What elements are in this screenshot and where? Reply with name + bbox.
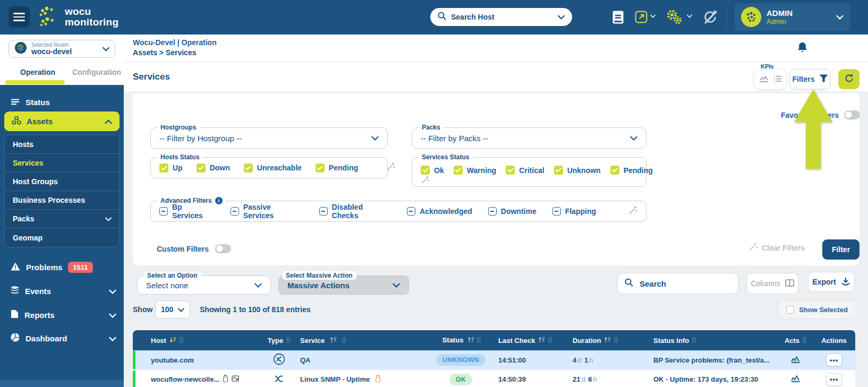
passive-service-type-icon <box>275 375 284 384</box>
search-input[interactable] <box>639 279 731 289</box>
indeterminate-checkbox <box>159 207 168 216</box>
sidebar-item-label: Geomap <box>13 234 112 242</box>
massive-actions-dropdown[interactable]: Select Massive Action Massive Actions <box>278 276 409 295</box>
checkbox-label: Bp Services <box>172 203 215 220</box>
checkbox-critical[interactable]: Critical <box>506 166 544 175</box>
sidebar-item-status[interactable]: Status <box>0 93 124 111</box>
hamburger-menu-button[interactable] <box>8 6 30 28</box>
table-row[interactable]: wocuflow-newcolle... Linux SNMP - Uptime… <box>133 369 855 387</box>
drag-grip-icon[interactable] <box>477 337 481 345</box>
packs-select[interactable]: Packs -- Filter by Packs -- <box>412 127 646 149</box>
hostgroups-select[interactable]: Hostgroups -- Filter by Hostgroup -- <box>150 127 388 149</box>
checkbox-unreachable[interactable]: Unreachable <box>244 164 302 173</box>
kpi-list-icon[interactable] <box>773 75 782 84</box>
page-size-value: 100 <box>161 305 173 314</box>
checkbox-down[interactable]: Down <box>197 164 230 173</box>
advanced-filters-label: Advanced Filters <box>160 197 212 204</box>
graph-acts-icon[interactable] <box>791 356 800 365</box>
drag-grip-icon[interactable] <box>614 337 618 345</box>
breadcrumb[interactable]: Assets > Services <box>133 48 196 57</box>
sidebar-item-business-processes[interactable]: Business Processes <box>5 191 119 210</box>
sidebar-item-problems[interactable]: Problems 1511 <box>0 258 124 276</box>
host-search-select[interactable]: Search Host <box>430 8 572 26</box>
user-menu[interactable]: ADMIN Admin <box>735 3 850 31</box>
custom-filters-toggle[interactable] <box>215 244 231 253</box>
chevron-down-icon[interactable] <box>650 14 656 18</box>
row-actions-button[interactable]: ••• <box>826 354 842 366</box>
drag-grip-icon[interactable] <box>803 337 806 345</box>
magic-wand-icon[interactable] <box>421 177 429 186</box>
sidebar-item-geomap[interactable]: Geomap <box>5 228 119 247</box>
settings-gears-icon[interactable] <box>665 8 683 25</box>
checkbox-unknown[interactable]: Unknown <box>554 166 601 175</box>
notifications-bell-icon[interactable] <box>797 41 808 56</box>
export-button[interactable]: Export <box>808 272 855 292</box>
magic-wand-icon[interactable] <box>628 205 637 217</box>
refresh-button[interactable] <box>838 69 860 89</box>
show-selected-checkbox[interactable]: Show Selected <box>778 300 856 319</box>
linux-penguin-icon <box>375 375 381 384</box>
page-size-select[interactable]: 100 <box>155 300 190 319</box>
realm-selector[interactable]: Selected Realm wocu-devel <box>8 40 115 58</box>
host-name[interactable]: youtube.com <box>151 356 194 364</box>
select-option-dropdown[interactable]: Select an Option Select none <box>137 276 271 295</box>
docs-book-icon[interactable] <box>612 11 624 24</box>
checkbox-up[interactable]: Up <box>159 164 183 173</box>
favourite-filters-toggle[interactable] <box>844 110 860 119</box>
checkbox-bp-services[interactable]: Bp Services <box>159 203 215 220</box>
sidebar-item-reports[interactable]: Reports <box>0 306 124 324</box>
tab-operation[interactable]: Operation <box>0 68 55 76</box>
checkbox-ok[interactable]: Ok <box>421 166 444 175</box>
column-header-duration[interactable]: Duration <box>563 337 637 345</box>
chevron-down-icon[interactable] <box>687 14 692 18</box>
clear-filters-button[interactable]: Clear Filters <box>748 242 805 253</box>
chevron-down-icon <box>371 133 379 143</box>
checkbox-passive-services[interactable]: Passive Services <box>231 203 303 220</box>
service-name[interactable]: QA <box>300 356 311 364</box>
external-link-icon[interactable] <box>635 11 648 23</box>
checkbox-pending-services[interactable]: Pending <box>610 166 653 175</box>
checkbox-warning[interactable]: Warning <box>454 166 496 175</box>
auto-refresh-disabled-icon[interactable] <box>702 9 718 25</box>
sidebar-item-packs[interactable]: Packs <box>5 210 119 228</box>
sidebar-item-assets[interactable]: Assets <box>4 111 120 131</box>
kpi-chart-icon[interactable] <box>759 75 769 84</box>
row-actions-button[interactable]: ••• <box>826 373 842 386</box>
drag-grip-icon[interactable] <box>180 337 183 345</box>
drag-grip-icon[interactable] <box>692 337 696 345</box>
filters-button[interactable]: Filters <box>790 69 830 89</box>
tab-configuration[interactable]: Configuration <box>55 68 121 76</box>
column-header-acts[interactable]: Acts <box>778 337 813 345</box>
checkbox-downtime[interactable]: Downtime <box>488 207 537 216</box>
column-header-service[interactable]: Service <box>297 337 433 345</box>
graph-acts-icon[interactable] <box>791 375 800 384</box>
checkbox-flapping[interactable]: Flapping <box>552 207 596 216</box>
columns-button[interactable]: Columns <box>746 273 798 294</box>
drag-grip-icon[interactable] <box>342 337 346 345</box>
checkbox-disabled-checks[interactable]: Disabled Checks <box>319 203 391 220</box>
drag-grip-icon[interactable] <box>548 337 552 345</box>
linux-penguin-icon <box>223 375 228 384</box>
breadcrumb-context[interactable]: Wocu-Devel | Operation <box>133 38 217 47</box>
sidebar-item-services[interactable]: Services <box>5 154 119 173</box>
column-header-type[interactable]: Type <box>260 337 297 345</box>
magic-wand-icon[interactable] <box>386 162 395 174</box>
checkbox-label: Acknowledged <box>420 207 472 216</box>
sidebar-item-host-groups[interactable]: Host Groups <box>5 173 119 191</box>
apply-filter-button[interactable]: Filter <box>822 239 860 260</box>
checkbox-acknowledged[interactable]: Acknowledged <box>407 207 472 216</box>
host-name[interactable]: wocuflow-newcolle... <box>151 375 219 383</box>
sidebar-item-hosts[interactable]: Hosts <box>5 135 119 154</box>
sidebar-item-events[interactable]: Events <box>0 282 124 300</box>
checkbox-pending-hosts[interactable]: Pending <box>316 164 358 173</box>
service-name[interactable]: Linux SNMP - Uptime <box>300 375 370 383</box>
table-row[interactable]: youtube.com QA UNKNOWN 14:51:00 4d 1h BP… <box>133 350 855 369</box>
column-header-status[interactable]: Status <box>433 337 489 345</box>
column-header-status-info[interactable]: Status Info <box>637 337 778 345</box>
column-header-last-check[interactable]: Last Check <box>489 337 563 345</box>
column-label: Host <box>151 337 166 345</box>
column-header-host[interactable]: Host <box>133 337 260 345</box>
drag-grip-icon[interactable] <box>286 337 290 345</box>
info-icon[interactable]: i <box>215 197 223 204</box>
sidebar-item-dashboard[interactable]: Dashboard <box>0 329 124 347</box>
